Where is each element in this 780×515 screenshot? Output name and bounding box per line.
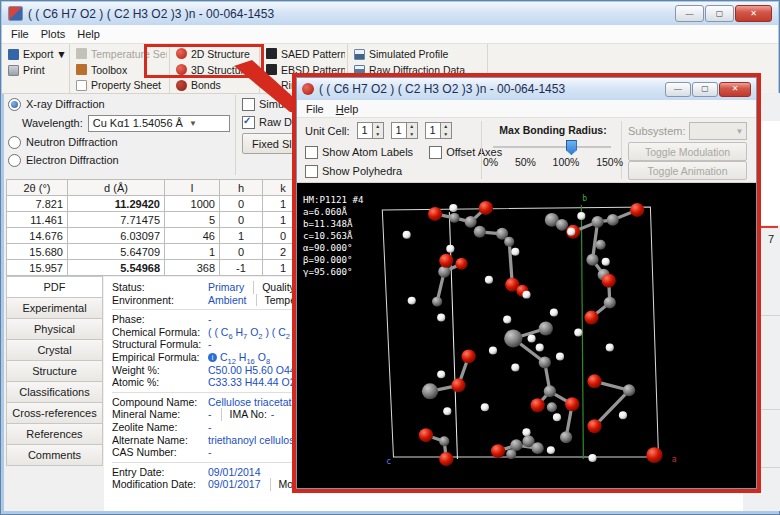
toolbar-button-temperature-series[interactable]: Temperature Series <box>74 46 167 62</box>
minimize-button[interactable]: — <box>675 5 704 22</box>
ebsd-icon <box>266 64 277 75</box>
subsystem-select[interactable]: ▼ <box>689 122 747 140</box>
wavelength-label: Wavelength: <box>22 117 83 129</box>
detail-label: Empirical Formula: <box>112 351 208 364</box>
popup-window-title: ( ( C6 H7 O2 ) ( C2 H3 O2 )3 )n - 00-064… <box>319 82 565 96</box>
column-header[interactable]: 2θ (°) <box>7 180 68 196</box>
toolbar-button-print[interactable]: Print <box>6 62 67 78</box>
radio-dot-icon <box>8 154 21 167</box>
checkbox-icon <box>429 146 442 159</box>
unit-cell-c-stepper[interactable]: 1 ▲▼ <box>425 122 452 139</box>
spin-up-icon: ▲ <box>373 123 383 131</box>
svg-text:a: a <box>672 455 677 464</box>
main-menubar: FilePlotsHelp <box>2 25 778 44</box>
detail-label: Alternate Name: <box>112 434 208 447</box>
detail-value[interactable]: Primary <box>208 281 244 294</box>
wavelength-select[interactable]: Cu Kα1 1.54056 Å ▼ <box>88 115 230 132</box>
checkbox-show-polyhedra[interactable]: Show Polyhedra <box>305 162 402 180</box>
unit-cell-b-stepper[interactable]: 1 ▲▼ <box>391 122 418 139</box>
temperature-icon <box>76 48 87 59</box>
toolbar-group: 2D Structure3D StructureBonds <box>170 44 260 93</box>
toolbar-group: Temperature SeriesToolboxProperty Sheet <box>70 44 170 93</box>
spin-up-icon: ▲ <box>407 123 417 131</box>
column-header[interactable]: d (Å) <box>68 180 165 196</box>
structure-3d-scene[interactable]: bacHM:P1121 #4a=6.060Åb=11.348Åc=10.563Å… <box>297 183 756 488</box>
popup-minimize-button[interactable]: — <box>665 82 691 97</box>
close-button[interactable]: ✕ <box>735 5 772 22</box>
toolbar-button-2d-structure[interactable]: 2D Structure <box>174 46 257 62</box>
radio-electron-diffraction[interactable]: Electron Diffraction <box>8 151 234 169</box>
toolbar-button-export[interactable]: Export ▼ <box>6 46 67 62</box>
radio-xray-diffraction[interactable]: X-ray Diffraction <box>8 95 234 113</box>
menu-plots[interactable]: Plots <box>35 26 71 42</box>
info-icon: i <box>208 353 217 362</box>
detail-label: Structural Formula: <box>112 338 208 351</box>
detail-label: Phase: <box>112 313 208 326</box>
maximize-button[interactable]: ▢ <box>705 5 734 22</box>
diffraction-panel: X-ray Diffraction Wavelength: Cu Kα1 1.5… <box>8 95 234 169</box>
spin-up-icon: ▲ <box>441 123 451 131</box>
checkbox-show-atom-labels[interactable]: Show Atom Labels <box>305 143 413 161</box>
separator <box>621 121 622 179</box>
tab-pdf[interactable]: PDF <box>6 276 103 298</box>
tab-experimental[interactable]: Experimental <box>6 297 103 319</box>
toolbar-button-simulated-profile[interactable]: Simulated Profile <box>352 46 485 62</box>
table-header-row: 2θ (°)d (Å)Ihkl <box>7 180 341 196</box>
detail-value[interactable]: Cellulose triacetate I <box>208 396 303 409</box>
toolbox-icon <box>76 64 87 75</box>
slider-tick-labels: 0% 50% 100% 150% <box>483 156 623 168</box>
structure-3d-viewport[interactable]: bacHM:P1121 #4a=6.060Åb=11.348Åc=10.563Å… <box>297 183 756 488</box>
svg-text:c=10.563Å: c=10.563Å <box>303 230 353 241</box>
tab-crystal[interactable]: Crystal <box>6 339 103 361</box>
toolbar-button-toolbox[interactable]: Toolbox <box>74 62 167 78</box>
bonding-radius-slider[interactable] <box>493 146 611 148</box>
column-header[interactable]: h <box>220 180 263 196</box>
peak-table[interactable]: 2θ (°)d (Å)Ihkl7.82111.29420100001011.46… <box>6 179 341 276</box>
popup-menu-file[interactable]: File <box>300 101 330 117</box>
table-row[interactable]: 7.82111.294201000010 <box>7 196 341 212</box>
slider-thumb[interactable] <box>566 140 577 155</box>
radio-neutron-diffraction[interactable]: Neutron Diffraction <box>8 133 234 151</box>
tab-references[interactable]: References <box>6 423 103 445</box>
detail-value: - <box>208 338 212 351</box>
molecule-icon <box>302 83 314 95</box>
popup-maximize-button[interactable]: ▢ <box>692 82 718 97</box>
table-row[interactable]: 15.6805.647091020 <box>7 244 341 260</box>
toolbar-button-bonds[interactable]: Bonds <box>174 77 257 93</box>
toolbar-button-3d-structure[interactable]: 3D Structure <box>174 62 257 78</box>
popup-controls: Unit Cell: 1 ▲▼ 1 ▲▼ 1 ▲▼ <box>297 118 756 183</box>
svg-text:b: b <box>582 194 587 203</box>
toolbar-button-saed-pattern[interactable]: SAED Pattern <box>264 46 345 62</box>
table-row[interactable]: 15.9575.54968368-110 <box>7 260 341 276</box>
tab-classifications[interactable]: Classifications <box>6 381 103 403</box>
detail-label: Modification Date: <box>112 478 208 491</box>
tab-comments[interactable]: Comments <box>6 444 103 466</box>
chevron-down-icon: ▼ <box>189 119 197 128</box>
detail-value[interactable]: 09/01/2017 <box>208 478 261 491</box>
table-row[interactable]: 14.6766.0309746100 <box>7 228 341 244</box>
save-icon <box>8 49 19 60</box>
column-header[interactable]: I <box>165 180 220 196</box>
table-row[interactable]: 11.4617.714755011 <box>7 212 341 228</box>
menu-help[interactable]: Help <box>71 26 106 42</box>
popup-close-button[interactable]: ✕ <box>719 82 751 97</box>
tab-cross-references[interactable]: Cross-references <box>6 402 103 424</box>
detail-value[interactable]: ( ( C6 H7 O2 ) ( C2 H <box>208 326 301 344</box>
checkbox-icon <box>305 165 318 178</box>
popup-menu-help[interactable]: Help <box>330 101 365 117</box>
tab-physical[interactable]: Physical <box>6 318 103 340</box>
separator <box>481 121 482 179</box>
detail-label: Entry Date: <box>112 466 208 479</box>
unit-cell-a-stepper[interactable]: 1 ▲▼ <box>357 122 384 139</box>
popup-menubar: File Help <box>297 100 756 118</box>
spin-down-icon: ▼ <box>373 131 383 139</box>
toggle-modulation-button[interactable]: Toggle Modulation <box>628 142 747 161</box>
detail-value[interactable]: Ambient <box>208 294 247 307</box>
detail-value[interactable]: 09/01/2014 <box>208 466 261 479</box>
toolbar-button-property-sheet[interactable]: Property Sheet <box>74 77 167 93</box>
tab-structure[interactable]: Structure <box>6 360 103 382</box>
toggle-animation-button[interactable]: Toggle Animation <box>628 161 747 180</box>
radio-dot-icon <box>8 136 21 149</box>
menu-file[interactable]: File <box>5 26 35 42</box>
detail-extra-value[interactable]: - <box>271 408 275 421</box>
